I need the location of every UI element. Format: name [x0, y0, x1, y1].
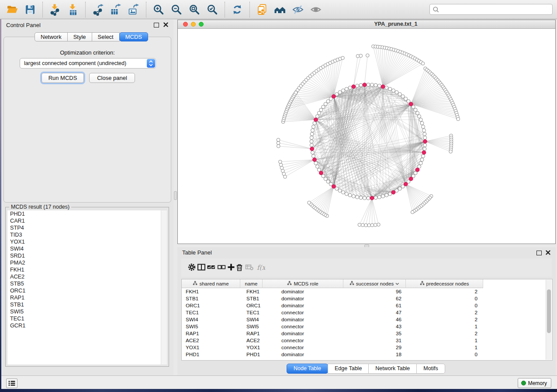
table-row[interactable]: SWI4SWI4dominator462: [182, 316, 552, 323]
zoom-fit-icon[interactable]: [188, 3, 201, 16]
table-row[interactable]: TEC1TEC1connector472: [182, 309, 552, 316]
table-cell: 96: [343, 288, 406, 295]
network-window-titlebar[interactable]: YPA_prune.txt_1: [178, 20, 555, 29]
tab-edge-table[interactable]: Edge Table: [328, 364, 369, 374]
table-cell: 1: [406, 337, 483, 344]
import-network-icon[interactable]: [49, 3, 61, 16]
deselect-all-icon[interactable]: [217, 263, 227, 272]
table-cell: SWI5: [240, 323, 263, 330]
mcds-result-item[interactable]: TEC1: [7, 315, 161, 322]
horizontal-splitter[interactable]: [177, 244, 556, 247]
export-network-icon[interactable]: [92, 3, 104, 16]
settings-gear-icon[interactable]: [187, 263, 197, 272]
column-header-predecessor-nodes[interactable]: predecessor nodes: [406, 279, 483, 288]
table-row[interactable]: YOX1YOX1connector291: [182, 344, 552, 351]
mcds-result-item[interactable]: RAP1: [7, 294, 161, 301]
close-panel-icon[interactable]: [546, 250, 550, 255]
table-cell: YOX1: [182, 344, 240, 351]
float-panel-icon[interactable]: [154, 23, 159, 28]
table-row[interactable]: RAP1RAP1dominator352: [182, 330, 552, 337]
mcds-result-item[interactable]: SWI5: [7, 308, 161, 315]
refresh-icon[interactable]: [231, 3, 243, 16]
mcds-result-item[interactable]: CAR1: [7, 217, 161, 224]
column-visibility-icon[interactable]: [197, 263, 207, 272]
table-panel: Table Panel f(x) shared namenameMCDS rol…: [177, 247, 556, 375]
close-panel-button[interactable]: Close panel: [89, 73, 135, 83]
panel-list-button[interactable]: [6, 378, 17, 388]
table-cell: 2: [406, 309, 483, 316]
mcds-result-item[interactable]: STB5: [7, 280, 161, 287]
table-cell: SWI5: [182, 323, 240, 330]
scrollbar-thumb[interactable]: [547, 289, 551, 333]
mcds-result-item[interactable]: STB1: [7, 301, 161, 308]
tab-mcds[interactable]: MCDS: [119, 32, 148, 41]
hide-details-icon[interactable]: [292, 3, 304, 16]
table-row[interactable]: ORC1ORC1dominator610: [182, 302, 552, 309]
export-table-icon[interactable]: [110, 3, 122, 16]
column-header-MCDS-role[interactable]: MCDS role: [263, 279, 343, 288]
vertical-splitter[interactable]: [173, 20, 177, 375]
table-cell: SWI4: [240, 316, 263, 323]
save-icon[interactable]: [24, 3, 36, 16]
open-file-icon[interactable]: [6, 3, 18, 16]
tab-select[interactable]: Select: [92, 32, 120, 41]
mcds-result-item[interactable]: ACE2: [7, 273, 161, 280]
table-cell: 43: [343, 323, 406, 330]
first-neighbors-icon[interactable]: [274, 3, 286, 16]
column-header-name[interactable]: name: [240, 279, 263, 288]
table-row[interactable]: SWI5SWI5connector431: [182, 323, 552, 330]
network-canvas[interactable]: [178, 29, 555, 244]
table-cell: 61: [343, 302, 406, 309]
tab-network[interactable]: Network: [35, 32, 68, 41]
mcds-result-item[interactable]: GCR1: [7, 322, 161, 329]
mcds-result-item[interactable]: FKH1: [7, 266, 161, 273]
table-row[interactable]: ACE2ACE2connector311: [182, 337, 552, 344]
toolbar-icon-groups: [0, 0, 328, 19]
table-scrollbar[interactable]: [546, 280, 552, 360]
tab-node-table[interactable]: Node Table: [287, 364, 328, 374]
export-image-icon[interactable]: [128, 3, 140, 16]
mcds-result-item[interactable]: PHD1: [7, 210, 161, 217]
select-all-icon[interactable]: [207, 263, 216, 272]
search-box[interactable]: [429, 4, 553, 15]
tab-motifs[interactable]: Motifs: [416, 364, 445, 374]
table-row[interactable]: FKH1FKH1dominator962: [182, 288, 552, 295]
column-header-successor-nodes[interactable]: successor nodes: [343, 279, 406, 288]
status-bar: Memory: [1, 375, 557, 389]
run-mcds-button[interactable]: Run MCDS: [42, 73, 84, 83]
table-panel-header: Table Panel: [177, 247, 556, 258]
close-window-icon[interactable]: [183, 22, 188, 27]
table-cell: 18: [343, 351, 406, 358]
tab-style[interactable]: Style: [67, 32, 92, 41]
table-row[interactable]: STB1STB1dominator620: [182, 295, 552, 302]
table-cell: dominator: [263, 288, 343, 295]
zoom-out-icon[interactable]: [170, 3, 183, 16]
float-panel-icon[interactable]: [536, 251, 542, 255]
search-input[interactable]: [441, 6, 552, 13]
show-details-icon[interactable]: [310, 3, 322, 16]
mcds-result-item[interactable]: SWI4: [7, 245, 161, 252]
minimize-window-icon[interactable]: [191, 22, 196, 27]
tab-network-table[interactable]: Network Table: [368, 364, 417, 374]
splitter-grip-icon[interactable]: [174, 191, 177, 200]
result-scrollbar[interactable]: [161, 210, 167, 364]
table-row[interactable]: PHD1PHD1dominator180: [182, 351, 552, 358]
memory-button[interactable]: Memory: [518, 378, 551, 388]
mcds-result-item[interactable]: STP4: [7, 224, 161, 231]
mcds-result-item[interactable]: ORC1: [7, 287, 161, 294]
mcds-result-item[interactable]: YOX1: [7, 238, 161, 245]
import-table-icon[interactable]: [67, 3, 79, 16]
column-header-shared-name[interactable]: shared name: [182, 279, 240, 288]
mcds-result-item[interactable]: PMA2: [7, 259, 161, 266]
mcds-result-item[interactable]: SRD1: [7, 252, 161, 259]
zoom-selected-icon[interactable]: [206, 3, 218, 16]
delete-icon[interactable]: [235, 263, 245, 272]
maximize-window-icon[interactable]: [199, 22, 204, 27]
criterion-select[interactable]: largest connected component (undirected): [20, 58, 156, 69]
table-cell: dominator: [263, 302, 343, 309]
toolbar-group: [42, 2, 85, 17]
mcds-result-item[interactable]: TID3: [7, 231, 161, 238]
zoom-in-icon[interactable]: [152, 3, 165, 16]
close-panel-icon[interactable]: [163, 22, 168, 27]
clone-network-icon[interactable]: [256, 3, 268, 16]
